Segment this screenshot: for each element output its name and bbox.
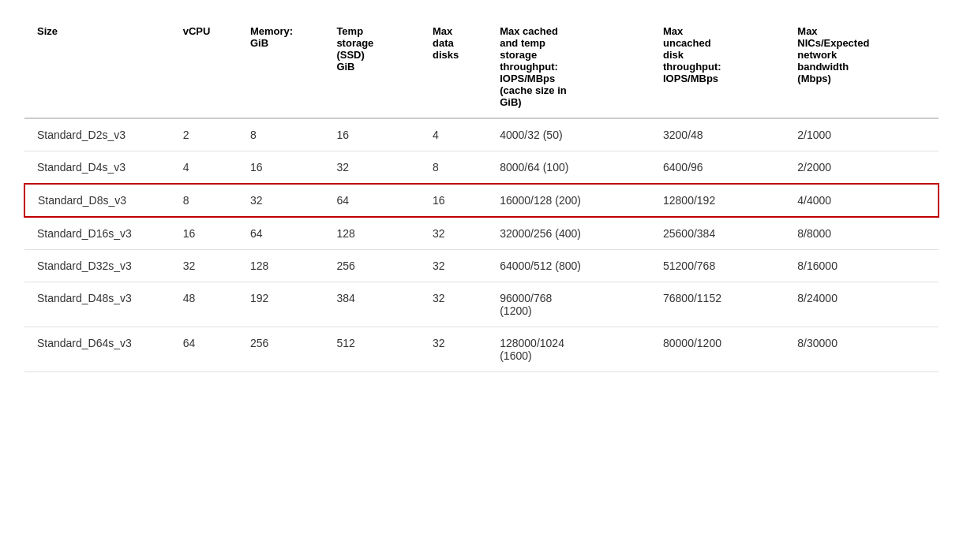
cell-max_cached: 16000/128 (200) — [487, 184, 650, 217]
cell-memory: 8 — [238, 118, 324, 151]
cell-max_nics: 8/8000 — [785, 217, 939, 250]
cell-max_nics: 8/24000 — [785, 282, 939, 327]
cell-temp_storage: 512 — [324, 327, 420, 372]
col-header-temp: Tempstorage(SSD)GiB — [324, 16, 420, 118]
cell-max_cached: 64000/512 (800) — [487, 250, 650, 282]
table-row: Standard_D4s_v34163288000/64 (100)6400/9… — [24, 151, 939, 185]
cell-max_uncached: 80000/1200 — [650, 327, 785, 372]
cell-max_cached: 32000/256 (400) — [487, 217, 650, 250]
cell-temp_storage: 128 — [324, 217, 420, 250]
cell-temp_storage: 384 — [324, 282, 420, 327]
cell-temp_storage: 32 — [324, 151, 420, 185]
table-body: Standard_D2s_v3281644000/32 (50)3200/482… — [24, 118, 939, 372]
cell-max_uncached: 51200/768 — [650, 250, 785, 282]
cell-max_nics: 4/4000 — [785, 184, 939, 217]
cell-max_uncached: 76800/1152 — [650, 282, 785, 327]
cell-size: Standard_D64s_v3 — [24, 327, 170, 372]
cell-memory: 192 — [238, 282, 324, 327]
cell-memory: 64 — [238, 217, 324, 250]
cell-size: Standard_D32s_v3 — [24, 250, 170, 282]
cell-max_nics: 2/2000 — [785, 151, 939, 185]
cell-vcpu: 8 — [170, 184, 238, 217]
col-header-maxcached: Max cachedand tempstoragethroughput:IOPS… — [487, 16, 650, 118]
cell-temp_storage: 16 — [324, 118, 420, 151]
cell-memory: 128 — [238, 250, 324, 282]
cell-max_cached: 4000/32 (50) — [487, 118, 650, 151]
cell-vcpu: 16 — [170, 217, 238, 250]
col-header-maxdata: Maxdatadisks — [420, 16, 487, 118]
cell-max_data_disks: 4 — [420, 118, 487, 151]
cell-max_data_disks: 32 — [420, 217, 487, 250]
cell-size: Standard_D16s_v3 — [24, 217, 170, 250]
cell-temp_storage: 64 — [324, 184, 420, 217]
cell-max_uncached: 25600/384 — [650, 217, 785, 250]
cell-max_uncached: 3200/48 — [650, 118, 785, 151]
table-row: Standard_D2s_v3281644000/32 (50)3200/482… — [24, 118, 939, 151]
cell-max_cached: 8000/64 (100) — [487, 151, 650, 185]
col-header-memory: Memory:GiB — [238, 16, 324, 118]
cell-max_data_disks: 8 — [420, 151, 487, 185]
cell-vcpu: 2 — [170, 118, 238, 151]
table-row: Standard_D64s_v36425651232128000/1024(16… — [24, 327, 939, 372]
cell-size: Standard_D2s_v3 — [24, 118, 170, 151]
col-header-maxnics: MaxNICs/Expectednetworkbandwidth(Mbps) — [785, 16, 939, 118]
table-row: Standard_D32s_v3321282563264000/512 (800… — [24, 250, 939, 282]
cell-vcpu: 48 — [170, 282, 238, 327]
cell-max_nics: 8/30000 — [785, 327, 939, 372]
cell-max_uncached: 6400/96 — [650, 151, 785, 185]
table-row: Standard_D48s_v3481923843296000/768(1200… — [24, 282, 939, 327]
table-row: Standard_D16s_v316641283232000/256 (400)… — [24, 217, 939, 250]
cell-vcpu: 64 — [170, 327, 238, 372]
cell-max_data_disks: 16 — [420, 184, 487, 217]
cell-temp_storage: 256 — [324, 250, 420, 282]
cell-memory: 32 — [238, 184, 324, 217]
cell-size: Standard_D48s_v3 — [24, 282, 170, 327]
cell-memory: 16 — [238, 151, 324, 185]
cell-vcpu: 4 — [170, 151, 238, 185]
cell-memory: 256 — [238, 327, 324, 372]
col-header-vcpu: vCPU — [170, 16, 238, 118]
cell-max_nics: 2/1000 — [785, 118, 939, 151]
cell-max_nics: 8/16000 — [785, 250, 939, 282]
cell-max_cached: 128000/1024(1600) — [487, 327, 650, 372]
header-row: Size vCPU Memory:GiB Tempstorage(SSD)GiB… — [24, 16, 939, 118]
vm-sizes-table: Size vCPU Memory:GiB Tempstorage(SSD)GiB… — [24, 16, 939, 372]
cell-max_data_disks: 32 — [420, 282, 487, 327]
cell-max_data_disks: 32 — [420, 327, 487, 372]
cell-max_data_disks: 32 — [420, 250, 487, 282]
col-header-size: Size — [24, 16, 170, 118]
cell-size: Standard_D8s_v3 — [24, 184, 170, 217]
cell-size: Standard_D4s_v3 — [24, 151, 170, 185]
table-header: Size vCPU Memory:GiB Tempstorage(SSD)GiB… — [24, 16, 939, 118]
cell-vcpu: 32 — [170, 250, 238, 282]
col-header-maxuncached: Maxuncacheddiskthroughput:IOPS/MBps — [650, 16, 785, 118]
cell-max_cached: 96000/768(1200) — [487, 282, 650, 327]
cell-max_uncached: 12800/192 — [650, 184, 785, 217]
table-row: Standard_D8s_v3832641616000/128 (200)128… — [24, 184, 939, 217]
